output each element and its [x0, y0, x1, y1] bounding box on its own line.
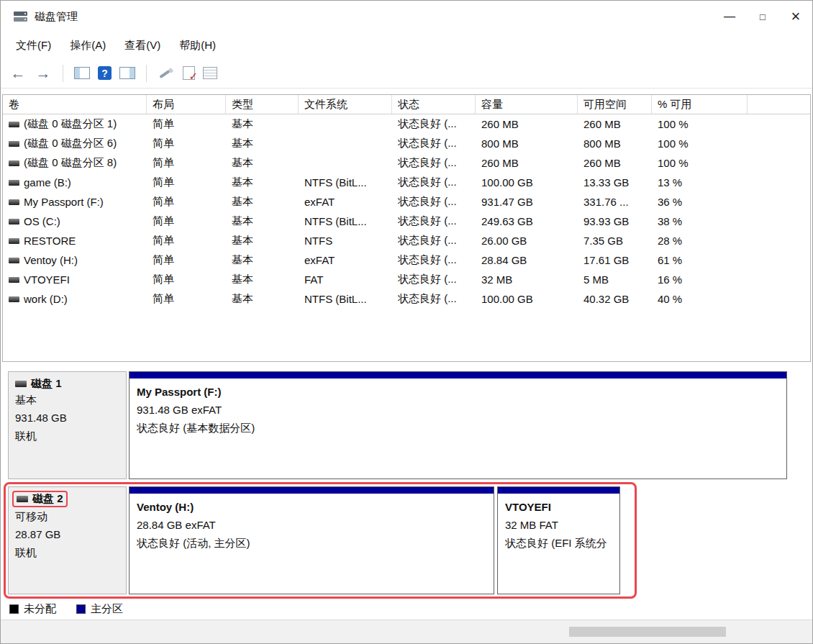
volume-icon — [9, 219, 19, 225]
volume-icon — [9, 238, 19, 244]
disk-attribute: 可移动 — [15, 508, 119, 525]
volume-row[interactable]: My Passport (F:)简单基本exFAT状态良好 (...931.47… — [3, 192, 810, 212]
column-header[interactable]: 类型 — [226, 95, 299, 114]
partitions: Ventoy (H:)28.84 GB exFAT状态良好 (活动, 主分区)V… — [129, 486, 620, 594]
volume-cell: 基本 — [226, 212, 299, 231]
menu-item[interactable]: 查看(V) — [115, 35, 170, 57]
volume-cell — [299, 153, 392, 173]
check-document-icon[interactable]: ✓ — [183, 66, 195, 80]
volume-cell: 800 MB — [476, 134, 578, 153]
maximize-button[interactable]: □ — [746, 1, 779, 32]
volume-cell: 100.00 GB — [476, 289, 578, 309]
volume-cell: 基本 — [226, 134, 299, 153]
volume-row[interactable]: Ventoy (H:)简单基本exFAT状态良好 (...28.84 GB17.… — [3, 250, 810, 270]
volume-cell: 249.63 GB — [476, 212, 578, 231]
column-header[interactable]: 布局 — [147, 95, 226, 114]
disk-name-label: 磁盘 1 — [31, 377, 62, 391]
volume-icon — [9, 180, 19, 186]
partition-color-bar — [130, 487, 494, 496]
disk-management-window: 磁盘管理 — □ × 文件(F)操作(A)查看(V)帮助(H) ←→?✓ 卷布局… — [0, 0, 813, 644]
column-header[interactable]: 状态 — [392, 95, 476, 114]
partition[interactable]: VTOYEFI32 MB FAT状态良好 (EFI 系统分 — [497, 486, 620, 594]
column-header[interactable]: 容量 — [476, 95, 578, 114]
legend-item: 未分配 — [9, 602, 56, 616]
forward-arrow-icon[interactable]: → — [35, 65, 52, 82]
volume-cell: 状态良好 (... — [392, 173, 476, 192]
toolbar-separator — [63, 65, 63, 82]
scrollbar-thumb[interactable] — [569, 627, 726, 637]
volume-cell: 状态良好 (... — [392, 231, 476, 250]
volume-cell: 简单 — [147, 270, 226, 289]
volume-cell: 5 MB — [578, 270, 652, 289]
volume-cell: RESTORE — [3, 231, 147, 250]
volume-icon — [9, 296, 19, 302]
pen-icon[interactable] — [158, 65, 175, 82]
partition[interactable]: Ventoy (H:)28.84 GB exFAT状态良好 (活动, 主分区) — [129, 486, 494, 594]
volume-cell: 基本 — [226, 173, 299, 192]
volume-cell: 简单 — [147, 114, 226, 134]
volume-row[interactable]: (磁盘 0 磁盘分区 6)简单基本状态良好 (...800 MB800 MB10… — [3, 134, 810, 153]
back-arrow-icon[interactable]: ← — [9, 65, 27, 82]
volume-row[interactable]: game (B:)简单基本NTFS (BitL...状态良好 (...100.0… — [3, 173, 810, 192]
volume-row[interactable]: (磁盘 0 磁盘分区 1)简单基本状态良好 (...260 MB260 MB10… — [3, 114, 810, 134]
menu-item[interactable]: 文件(F) — [6, 35, 60, 57]
volume-row[interactable]: OS (C:)简单基本NTFS (BitL...状态良好 (...249.63 … — [3, 212, 810, 231]
minimize-button[interactable]: — — [713, 1, 746, 32]
volume-cell: 331.76 ... — [578, 192, 652, 212]
partition-color-bar — [130, 372, 786, 381]
partition-size: 32 MB FAT — [505, 516, 612, 534]
help-icon[interactable]: ? — [98, 66, 112, 80]
disk-panel[interactable]: 磁盘 2可移动28.87 GB联机 — [8, 486, 127, 594]
close-button[interactable]: × — [779, 1, 812, 32]
volume-cell: 状态良好 (... — [392, 250, 476, 270]
checklist-icon[interactable] — [203, 67, 217, 79]
volume-cell: 简单 — [147, 134, 226, 153]
column-header[interactable]: 文件系统 — [299, 95, 392, 114]
volume-cell: 基本 — [226, 289, 299, 309]
volume-cell: FAT — [299, 270, 392, 289]
disk-name: 磁盘 1 — [15, 377, 62, 391]
disk-panel[interactable]: 磁盘 1基本931.48 GB联机 — [8, 371, 127, 479]
volume-cell: 简单 — [147, 212, 226, 231]
volume-cell — [299, 134, 392, 153]
partition[interactable]: My Passport (F:)931.48 GB exFAT状态良好 (基本数… — [129, 371, 787, 479]
disk-attribute: 联机 — [15, 427, 119, 445]
graphical-view: 磁盘 1基本931.48 GB联机My Passport (F:)931.48 … — [1, 371, 812, 594]
volume-cell: My Passport (F:) — [3, 192, 147, 212]
legend: 未分配主分区 — [9, 602, 812, 616]
console-tree-icon[interactable] — [74, 67, 90, 79]
action-pane-icon[interactable] — [119, 67, 135, 79]
volume-cell: 38 % — [652, 212, 748, 231]
volume-cell: 基本 — [226, 270, 299, 289]
volume-cell: 简单 — [147, 153, 226, 173]
volume-row[interactable]: work (D:)简单基本NTFS (BitL...状态良好 (...100.0… — [3, 289, 810, 309]
volume-cell: 基本 — [226, 114, 299, 134]
column-header[interactable]: % 可用 — [652, 95, 748, 114]
volume-cell: OS (C:) — [3, 212, 147, 231]
partition-status: 状态良好 (活动, 主分区) — [137, 534, 486, 552]
volume-cell: 13 % — [652, 173, 748, 192]
menu-item[interactable]: 操作(A) — [60, 35, 115, 57]
volume-row[interactable]: RESTORE简单基本NTFS状态良好 (...26.00 GB7.35 GB2… — [3, 231, 810, 250]
legend-swatch — [9, 604, 19, 614]
volume-cell: 40.32 GB — [578, 289, 652, 309]
column-header[interactable]: 可用空间 — [578, 95, 652, 114]
volume-cell: 100 % — [652, 153, 748, 173]
volume-cell: 40 % — [652, 289, 748, 309]
partition-size: 28.84 GB exFAT — [137, 516, 486, 534]
volume-cell: 基本 — [226, 250, 299, 270]
volume-row[interactable]: VTOYEFI简单基本FAT状态良好 (...32 MB5 MB16 % — [3, 270, 810, 289]
column-header[interactable]: 卷 — [3, 95, 147, 114]
title-bar: 磁盘管理 — □ × — [1, 1, 812, 32]
legend-label: 主分区 — [91, 602, 123, 616]
volume-row[interactable]: (磁盘 0 磁盘分区 8)简单基本状态良好 (...260 MB260 MB10… — [3, 153, 810, 173]
table-body: (磁盘 0 磁盘分区 1)简单基本状态良好 (...260 MB260 MB10… — [3, 114, 810, 309]
volume-cell: 状态良好 (... — [392, 270, 476, 289]
volume-icon — [9, 122, 19, 127]
volume-cell: NTFS (BitL... — [299, 289, 392, 309]
volume-cell: Ventoy (H:) — [3, 250, 147, 270]
menu-item[interactable]: 帮助(H) — [170, 35, 225, 57]
volume-cell: 简单 — [147, 231, 226, 250]
table-header: 卷布局类型文件系统状态容量可用空间% 可用 — [3, 95, 810, 114]
volume-cell: 100.00 GB — [476, 173, 578, 192]
